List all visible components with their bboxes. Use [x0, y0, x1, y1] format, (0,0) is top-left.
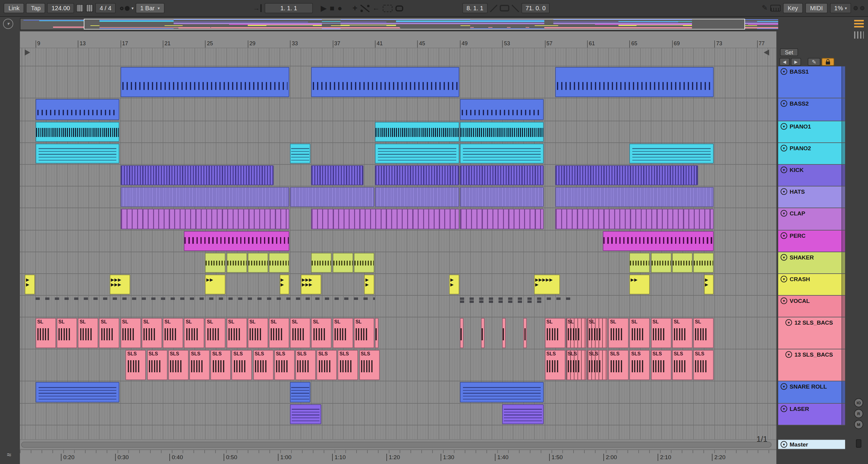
- clip-12-sls-bacs[interactable]: SL: [269, 318, 289, 348]
- track-lane-bass1[interactable]: [20, 66, 776, 98]
- track-header-piano1[interactable]: ▾PIANO1: [778, 121, 845, 143]
- computer-midi-keyboard-icon[interactable]: [770, 5, 780, 11]
- clip-12-sls-bacs[interactable]: SL: [120, 318, 141, 348]
- track-fold-icon[interactable]: ▾: [781, 188, 787, 195]
- clip-crash[interactable]: ▶▶▶▶▶▶: [534, 274, 560, 294]
- show-returns-toggle[interactable]: R: [854, 409, 863, 418]
- clip-piano2[interactable]: [460, 144, 544, 164]
- track-lane-hats[interactable]: [20, 186, 776, 208]
- clip-piano2[interactable]: [290, 144, 310, 164]
- track-lane-kick[interactable]: [20, 165, 776, 186]
- clip-12-sls-bacs[interactable]: SL: [311, 318, 332, 348]
- mixer-view-icon[interactable]: [854, 31, 864, 39]
- clip-clap[interactable]: [460, 209, 544, 229]
- clip-12-sls-bacs[interactable]: SL: [57, 318, 77, 348]
- track-lane-12-sls-bacs[interactable]: SLSLSLSLSLSLSLSLSLSLSLSLSLSLSLSLSLSLSLSL…: [20, 317, 776, 349]
- play-button[interactable]: ▶: [321, 3, 327, 13]
- clip-12-sls-bacs[interactable]: SL: [353, 318, 374, 348]
- arrangement-overview[interactable]: [20, 18, 818, 30]
- beat-ruler[interactable]: 91317212529333741454953576165697377: [20, 31, 776, 48]
- track-header-shaker[interactable]: ▾SHAKER: [778, 252, 845, 274]
- nudge-down-button[interactable]: [76, 4, 84, 12]
- clip-12-sls-bacs[interactable]: SL: [99, 318, 120, 348]
- track-lane-piano1[interactable]: [20, 121, 776, 143]
- master-clip-strip[interactable]: [21, 442, 772, 448]
- clip-kick[interactable]: [120, 165, 273, 185]
- clip-shaker[interactable]: [247, 253, 268, 273]
- clip-13-sls-bacs[interactable]: SLS: [147, 350, 167, 380]
- track-lane-snare-roll[interactable]: [20, 381, 776, 404]
- clip-piano2[interactable]: [35, 144, 120, 164]
- arrangement-position-field[interactable]: 1. 1. 1: [265, 3, 313, 13]
- clip-13-sls-bacs[interactable]: SLS: [672, 350, 692, 380]
- clip-shaker[interactable]: [311, 253, 332, 273]
- clip-13-sls-bacs[interactable]: SLS: [126, 350, 146, 380]
- track-fold-icon[interactable]: ▾: [781, 276, 787, 282]
- clip-12-sls-bacs[interactable]: SL: [184, 318, 204, 348]
- clip-13-sls-bacs[interactable]: SLS: [232, 350, 252, 380]
- track-fold-icon[interactable]: ▾: [781, 383, 787, 390]
- track-header-12-sls-bacs[interactable]: ▾12 SLS_BACS: [778, 317, 845, 349]
- clip-shaker[interactable]: [651, 253, 671, 273]
- overview-viewport[interactable]: [84, 19, 745, 30]
- clip-kick[interactable]: [375, 165, 459, 185]
- clip-13-sls-bacs[interactable]: SLS: [608, 350, 629, 380]
- empty-lane-area[interactable]: [20, 425, 776, 439]
- track-header-master[interactable]: ▾ Master: [778, 439, 845, 450]
- scrub-area[interactable]: [20, 48, 776, 66]
- time-signature-field[interactable]: 4 / 4: [95, 3, 116, 13]
- loop-end-marker[interactable]: [764, 50, 769, 56]
- set-locator-button[interactable]: Set: [780, 48, 798, 56]
- track-fold-icon[interactable]: ▾: [781, 100, 787, 107]
- clip-12-sls-bacs[interactable]: SL: [566, 318, 586, 348]
- midi-map-button[interactable]: MIDI: [805, 3, 828, 13]
- track-header-piano2[interactable]: ▾PIANO2: [778, 143, 845, 165]
- loop-length-field[interactable]: 71. 0. 0: [521, 3, 550, 13]
- clip-snare-roll[interactable]: [290, 382, 310, 402]
- clip-13-sls-bacs[interactable]: SLS: [253, 350, 273, 380]
- track-fold-icon[interactable]: ▾: [781, 405, 787, 412]
- automation-arm-button[interactable]: [361, 4, 370, 12]
- clip-hats[interactable]: [460, 187, 544, 207]
- track-fold-icon[interactable]: ▾: [781, 297, 787, 304]
- loop-start-marker[interactable]: [25, 50, 30, 56]
- clip-hats[interactable]: [120, 187, 289, 207]
- cpu-meter[interactable]: 1% ▾: [830, 3, 851, 13]
- groove-pool-icon[interactable]: ≈: [4, 450, 14, 460]
- clip-12-sls-bacs[interactable]: SL: [290, 318, 310, 348]
- clip-perc[interactable]: [184, 231, 289, 251]
- clip-piano1[interactable]: [375, 122, 459, 142]
- clip-clap[interactable]: [120, 209, 289, 229]
- clip-12-sls-bacs[interactable]: SL: [587, 318, 608, 348]
- follow-button[interactable]: →: [253, 4, 261, 12]
- metronome-toggle[interactable]: [120, 6, 130, 10]
- clip-13-sls-bacs[interactable]: SLS: [316, 350, 337, 380]
- track-header-bass1[interactable]: ▾BASS1: [778, 66, 845, 98]
- clip-12-sls-bacs[interactable]: SL: [608, 318, 629, 348]
- track-lane-perc[interactable]: [20, 231, 776, 252]
- track-fold-icon[interactable]: ▾: [781, 167, 787, 173]
- clip-shaker[interactable]: [693, 253, 714, 273]
- clip-bass1[interactable]: [555, 67, 714, 97]
- clip-bass1[interactable]: [120, 67, 289, 97]
- nudge-up-button[interactable]: [86, 4, 93, 12]
- clip-snare-roll[interactable]: [35, 382, 120, 402]
- clip-laser[interactable]: [290, 404, 321, 424]
- clip-12-sls-bacs[interactable]: SL: [35, 318, 56, 348]
- track-header-13-sls-bacs[interactable]: ▾13 SLS_BACS: [778, 349, 845, 381]
- clip-12-sls-bacs[interactable]: SL: [672, 318, 692, 348]
- clip-kick[interactable]: [311, 165, 364, 185]
- master-track-lane[interactable]: [20, 439, 776, 450]
- stop-button[interactable]: ■: [330, 3, 335, 13]
- track-header-bass2[interactable]: ▾BASS2: [778, 98, 845, 121]
- clip-13-sls-bacs[interactable]: SLS: [359, 350, 379, 380]
- clip-crash[interactable]: ▶▶: [25, 274, 35, 294]
- loop-start-field[interactable]: 8. 1. 1: [462, 3, 488, 13]
- clip-perc[interactable]: [603, 231, 714, 251]
- clip-12-sls-bacs[interactable]: SL: [163, 318, 183, 348]
- clip-12-sls-bacs[interactable]: [481, 318, 485, 348]
- tap-tempo-button[interactable]: Tap: [26, 3, 45, 13]
- clip-crash[interactable]: ▶▶: [364, 274, 374, 294]
- time-ruler[interactable]: 0:200:300:400:501:001:101:201:301:401:50…: [20, 450, 776, 464]
- automation-draw-button[interactable]: ✎: [808, 58, 820, 66]
